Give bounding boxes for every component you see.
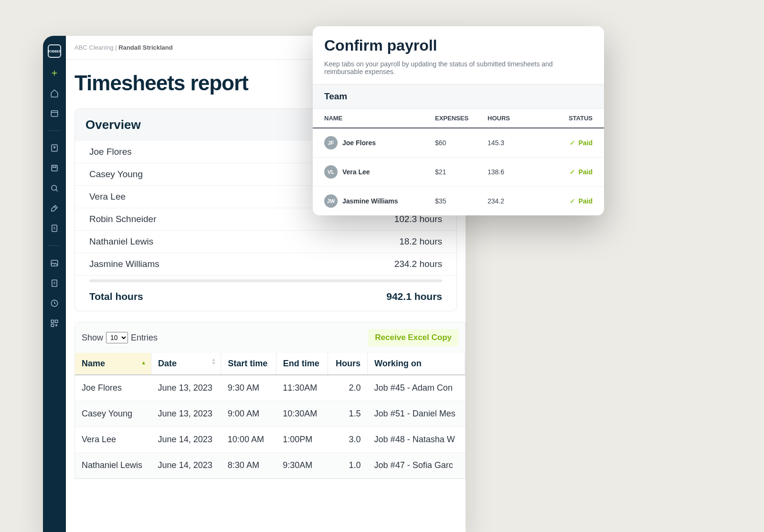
hammer-icon[interactable] — [50, 203, 59, 213]
check-icon: ✓ — [570, 168, 575, 176]
svg-rect-17 — [51, 324, 53, 327]
confirm-payroll-panel: Confirm payroll Keep tabs on your payrol… — [313, 26, 604, 215]
col-start[interactable]: Start time — [221, 353, 276, 375]
col-working-on[interactable]: Working on — [368, 353, 465, 375]
col-date[interactable]: Date▲▼ — [151, 353, 221, 375]
clock-icon[interactable] — [50, 298, 59, 308]
team-heading: Team — [313, 84, 604, 109]
payroll-title: Confirm payroll — [313, 37, 604, 54]
svg-line-8 — [56, 190, 58, 192]
status-badge: ✓Paid — [540, 168, 593, 176]
overview-row: Nathaniel Lewis18.2 hours — [75, 231, 456, 253]
table-row: Joe FloresJune 13, 20239:30 AM11:30AM2.0… — [75, 375, 465, 401]
contacts-icon[interactable] — [50, 143, 59, 153]
logo-icon: JOBBER — [48, 44, 61, 58]
svg-rect-2 — [51, 111, 58, 117]
entries-table: Name▲ Date▲▼ Start time End time Hours W… — [75, 353, 465, 479]
entries-toolbar: Show 10 Entries Receive Excel Copy — [75, 322, 465, 353]
col-name: NAME — [324, 115, 435, 122]
calendar-icon[interactable] — [50, 108, 59, 118]
create-icon[interactable] — [50, 68, 59, 78]
table-row: Nathaniel LewisJune 14, 20238:30 AM9:30A… — [75, 453, 465, 479]
col-hours[interactable]: Hours — [328, 353, 367, 375]
image-icon[interactable] — [50, 258, 59, 268]
sort-icon: ▲▼ — [211, 358, 216, 365]
invoice-icon[interactable]: $ — [50, 223, 59, 233]
col-name[interactable]: Name▲ — [75, 353, 151, 375]
status-badge: ✓Paid — [540, 139, 593, 147]
search-nav-icon[interactable] — [50, 183, 59, 193]
table-row: Vera LeeJune 14, 202310:00 AM1:00PM3.0Jo… — [75, 427, 465, 453]
apps-icon[interactable] — [50, 319, 59, 328]
show-entries: Show 10 Entries — [82, 332, 158, 343]
col-status: STATUS — [540, 115, 593, 122]
inbox-icon[interactable] — [50, 163, 59, 173]
entries-card: Show 10 Entries Receive Excel Copy Name▲… — [74, 322, 466, 479]
overview-total: Total hours 942.1 hours — [75, 282, 456, 311]
page-size-select[interactable]: 10 — [106, 332, 128, 343]
total-value: 942.1 hours — [386, 291, 442, 302]
status-badge: ✓Paid — [540, 197, 593, 205]
svg-text:$: $ — [53, 226, 55, 230]
svg-rect-6 — [52, 165, 57, 171]
overview-row: Jasmine Williams234.2 hours — [75, 253, 456, 276]
team-columns: NAME EXPENSES HOURS STATUS — [313, 109, 604, 128]
home-icon[interactable] — [50, 88, 59, 98]
payroll-subtitle: Keep tabs on your payroll by updating th… — [313, 54, 604, 84]
col-expenses: EXPENSES — [435, 115, 488, 122]
svg-rect-15 — [51, 320, 53, 322]
breadcrumb-company: ABC Cleaning — [74, 44, 114, 51]
avatar: VL — [324, 165, 338, 179]
receipt-icon[interactable]: $ — [50, 278, 59, 288]
sidebar: JOBBER $ $ — [43, 36, 66, 532]
team-row: JFJoe Flores $60 145.3 ✓Paid — [313, 128, 604, 158]
svg-point-5 — [54, 147, 55, 148]
team-row: VLVera Lee $21 138.6 ✓Paid — [313, 158, 604, 187]
table-row: Casey YoungJune 13, 20239:00 AM10:30AM1.… — [75, 401, 465, 427]
sidebar-divider — [48, 245, 61, 246]
total-label: Total hours — [89, 291, 143, 302]
receive-excel-button[interactable]: Receive Excel Copy — [368, 329, 458, 346]
team-row: JWJasmine Williams $35 234.2 ✓Paid — [313, 187, 604, 215]
col-end[interactable]: End time — [276, 353, 328, 375]
breadcrumb: ABC Cleaning | Randall Strickland — [74, 44, 173, 51]
check-icon: ✓ — [570, 197, 575, 205]
col-hours: HOURS — [488, 115, 540, 122]
sort-asc-icon: ▲ — [141, 360, 146, 365]
check-icon: ✓ — [570, 139, 575, 147]
avatar: JW — [324, 194, 338, 208]
svg-text:$: $ — [53, 281, 55, 285]
svg-rect-16 — [55, 320, 58, 322]
svg-point-7 — [52, 185, 57, 191]
breadcrumb-user: Randall Strickland — [118, 44, 172, 51]
sidebar-divider — [48, 130, 61, 131]
avatar: JF — [324, 136, 338, 149]
